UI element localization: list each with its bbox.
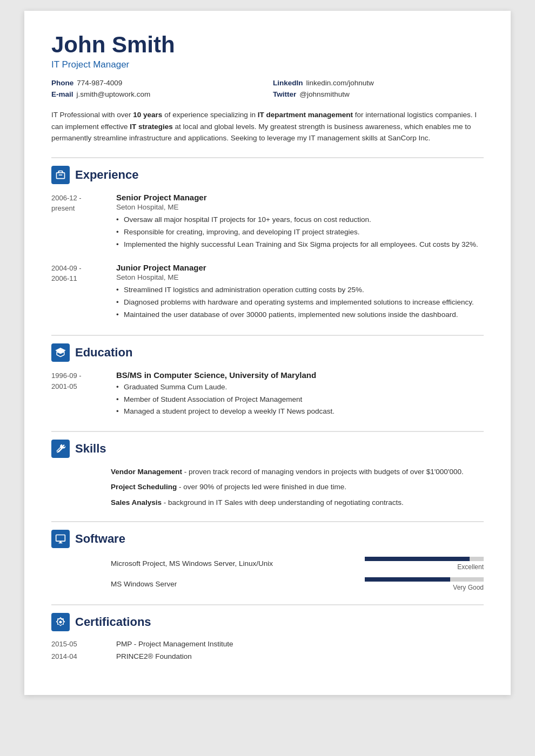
skills-section: Skills Vendor Management - proven track … xyxy=(51,431,484,508)
skills-title: Skills xyxy=(75,442,106,456)
edu-bullets-1: Graduated Summa Cum Laude. Member of Stu… xyxy=(116,382,484,417)
skill-name-1: Vendor Management xyxy=(111,468,182,476)
education-header: Education xyxy=(51,335,484,362)
bar-label-1: Excellent xyxy=(457,563,484,571)
exp-bullet: Streamlined IT logistics and administrat… xyxy=(116,285,484,295)
linkedin-label: LinkedIn xyxy=(273,79,303,87)
skill-desc-2: over 90% of projects led were finished i… xyxy=(183,483,346,491)
skill-name-2: Project Scheduling xyxy=(111,483,177,491)
exp-content-1: Senior Project Manager Seton Hospital, M… xyxy=(116,193,484,252)
experience-icon xyxy=(51,166,70,184)
certifications-icon xyxy=(51,613,70,631)
exp-title-1: Senior Project Manager xyxy=(116,193,484,202)
contact-grid: Phone774-987-4009 LinkedInlinkedin.com/j… xyxy=(51,79,484,98)
skill-desc-1: proven track record of managing vendors … xyxy=(189,468,464,476)
edu-bullet: Graduated Summa Cum Laude. xyxy=(116,382,484,393)
exp-dates-2: 2004-09 -2006-11 xyxy=(51,263,111,322)
software-title: Software xyxy=(75,532,125,546)
skill-name-3: Sales Analysis xyxy=(111,498,162,507)
cert-entry-1: 2015-05 PMP - Project Management Institu… xyxy=(51,640,484,648)
exp-bullet: Responsible for creating, improving, and… xyxy=(116,227,484,238)
exp-bullet: Diagnosed problems with hardware and ope… xyxy=(116,297,484,308)
bar-fill-1 xyxy=(365,557,470,561)
email-label: E-mail xyxy=(51,90,73,98)
exp-bullet: Implemented the highly successful Lean T… xyxy=(116,239,484,250)
contact-linkedin: LinkedInlinkedin.com/johnutw xyxy=(273,79,484,87)
software-entry-1: Microsoft Project, MS Windows Server, Li… xyxy=(51,557,484,571)
software-entry-2: MS Windows Server Very Good xyxy=(51,577,484,591)
bar-fill-2 xyxy=(365,577,450,582)
exp-bullets-2: Streamlined IT logistics and administrat… xyxy=(116,285,484,321)
graduation-icon xyxy=(55,347,66,358)
education-section: Education 1996-09 -2001-05 BS/MS in Comp… xyxy=(51,335,484,418)
briefcase-icon xyxy=(55,170,66,180)
exp-bullet: Oversaw all major hospital IT projects f… xyxy=(116,214,484,225)
experience-section: Experience 2006-12 -present Senior Proje… xyxy=(51,157,484,322)
contact-phone: Phone774-987-4009 xyxy=(51,79,262,87)
cert-name-1: PMP - Project Management Institute xyxy=(116,640,484,648)
exp-title-2: Junior Project Manager xyxy=(116,263,484,272)
svg-rect-0 xyxy=(59,174,63,176)
skill-desc-3: background in IT Sales with deep underst… xyxy=(168,498,404,507)
edu-dates-1: 1996-09 -2001-05 xyxy=(51,370,111,418)
exp-company-1: Seton Hospital, ME xyxy=(116,203,484,211)
bar-track-2 xyxy=(365,577,484,582)
skill-item-3: Sales Analysis - background in IT Sales … xyxy=(111,497,484,508)
skills-icon xyxy=(51,440,70,458)
twitter-label: Twitter xyxy=(273,90,296,98)
edu-content-1: BS/MS in Computer Science, University of… xyxy=(116,370,484,418)
resume-document: John Smith IT Project Manager Phone774-9… xyxy=(24,11,511,695)
bar-label-2: Very Good xyxy=(453,584,484,591)
contact-twitter: Twitter@johnsmithutw xyxy=(273,90,484,98)
software-bar-2: Very Good xyxy=(365,577,484,591)
experience-title: Experience xyxy=(75,168,138,182)
software-name-2: MS Windows Server xyxy=(111,580,354,588)
education-title: Education xyxy=(75,346,132,360)
cert-year-2: 2014-04 xyxy=(51,652,111,660)
edu-degree-1: BS/MS in Computer Science, University of… xyxy=(116,370,484,380)
candidate-name: John Smith xyxy=(51,32,484,57)
contact-email: E-mailj.smith@uptowork.com xyxy=(51,90,262,98)
certifications-section: Certifications 2015-05 PMP - Project Man… xyxy=(51,604,484,660)
education-icon xyxy=(51,343,70,362)
software-section: Software Microsoft Project, MS Windows S… xyxy=(51,521,484,591)
software-name-1: Microsoft Project, MS Windows Server, Li… xyxy=(111,559,354,568)
software-header: Software xyxy=(51,521,484,548)
software-icon xyxy=(51,530,70,548)
candidate-title: IT Project Manager xyxy=(51,59,484,70)
edu-bullet: Managed a student project to develop a w… xyxy=(116,406,484,417)
software-bar-1: Excellent xyxy=(365,557,484,571)
certifications-title: Certifications xyxy=(75,615,151,629)
exp-content-2: Junior Project Manager Seton Hospital, M… xyxy=(116,263,484,322)
header-section: John Smith IT Project Manager Phone774-9… xyxy=(51,32,484,144)
phone-label: Phone xyxy=(51,79,73,87)
summary-text: IT Professional with over 10 years of ex… xyxy=(51,109,484,144)
skills-header: Skills xyxy=(51,431,484,458)
bar-track-1 xyxy=(365,557,484,561)
exp-bullets-1: Oversaw all major hospital IT projects f… xyxy=(116,214,484,251)
exp-entry-2: 2004-09 -2006-11 Junior Project Manager … xyxy=(51,263,484,322)
cert-entry-2: 2014-04 PRINCE2® Foundation xyxy=(51,652,484,660)
exp-bullet: Maintained the user database of over 300… xyxy=(116,309,484,320)
skill-item-2: Project Scheduling - over 90% of project… xyxy=(111,482,484,492)
cert-name-2: PRINCE2® Foundation xyxy=(116,652,484,660)
exp-dates-1: 2006-12 -present xyxy=(51,193,111,252)
cert-year-1: 2015-05 xyxy=(51,640,111,648)
monitor-icon xyxy=(55,534,66,544)
experience-header: Experience xyxy=(51,157,484,184)
exp-entry-1: 2006-12 -present Senior Project Manager … xyxy=(51,193,484,252)
tools-icon xyxy=(55,443,66,454)
exp-company-2: Seton Hospital, ME xyxy=(116,273,484,281)
skill-item-1: Vendor Management - proven track record … xyxy=(111,467,484,477)
certifications-header: Certifications xyxy=(51,604,484,631)
edu-bullet: Member of Student Association of Project… xyxy=(116,394,484,405)
edu-entry-1: 1996-09 -2001-05 BS/MS in Computer Scien… xyxy=(51,370,484,418)
certificate-icon xyxy=(55,617,66,627)
skills-content: Vendor Management - proven track record … xyxy=(51,467,484,508)
